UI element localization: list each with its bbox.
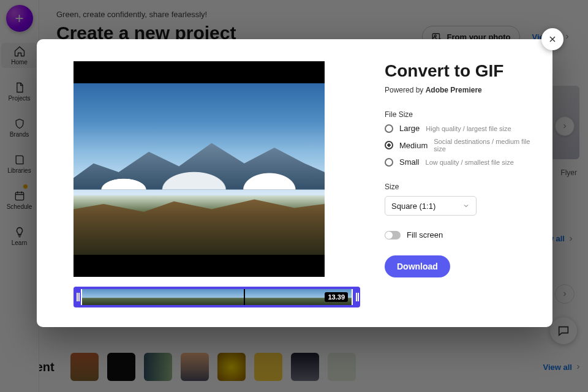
duration-badge: 13.39	[325, 292, 348, 302]
radio-icon	[385, 124, 393, 133]
playhead[interactable]	[244, 289, 245, 305]
size-heading: Size	[385, 183, 530, 191]
radio-icon	[385, 141, 393, 149]
convert-to-gif-modal: 13.39 Convert to GIF Powered by Adobe Pr…	[37, 39, 552, 327]
aspect-ratio-select[interactable]: Square (1:1)	[385, 196, 477, 216]
option-name: Small	[399, 157, 420, 167]
fill-screen-label: Fill screen	[407, 230, 443, 239]
powered-by: Powered by Adobe Premiere	[385, 86, 530, 94]
timeline-frames[interactable]	[82, 289, 352, 305]
trim-handle-start[interactable]	[74, 287, 81, 307]
option-desc: Social destinations / medium file size	[434, 138, 530, 153]
trim-timeline[interactable]: 13.39	[74, 287, 360, 307]
file-size-heading: File Size	[385, 110, 530, 119]
option-name: Large	[399, 124, 420, 133]
download-button[interactable]: Download	[385, 255, 450, 277]
video-frame-image	[74, 83, 325, 255]
file-size-option-medium[interactable]: Medium Social destinations / medium file…	[385, 138, 530, 153]
file-size-option-small[interactable]: Small Low quality / smallest file size	[385, 157, 530, 167]
modal-title: Convert to GIF	[385, 61, 530, 81]
chevron-down-icon	[462, 202, 470, 209]
settings-pane: Convert to GIF Powered by Adobe Premiere…	[380, 39, 552, 327]
select-value: Square (1:1)	[391, 202, 435, 211]
trim-handle-end[interactable]	[353, 287, 360, 307]
video-preview[interactable]	[74, 61, 325, 277]
option-desc: Low quality / smallest file size	[426, 159, 514, 166]
close-icon	[548, 34, 557, 44]
fill-screen-toggle[interactable]	[385, 231, 401, 239]
option-name: Medium	[399, 141, 428, 150]
file-size-option-large[interactable]: Large High quality / largest file size	[385, 124, 530, 133]
radio-icon	[385, 158, 393, 167]
close-button[interactable]	[541, 28, 564, 50]
option-desc: High quality / largest file size	[426, 125, 511, 132]
preview-pane: 13.39	[37, 39, 380, 327]
